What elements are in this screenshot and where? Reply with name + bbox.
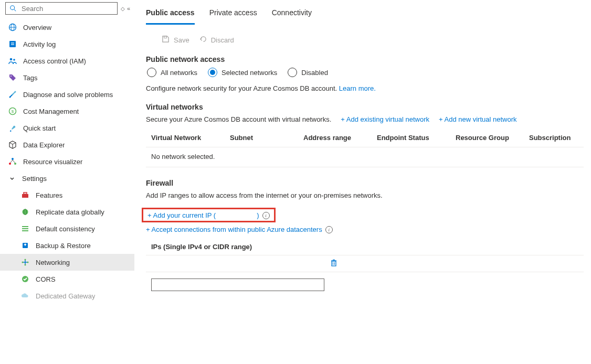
search-row: ◇ « [0, 2, 134, 19]
add-current-ip-highlight: + Add your current IP () i [142, 208, 276, 222]
sidebar-item-overview[interactable]: Overview [0, 19, 134, 36]
th-address-range: Address range [303, 134, 377, 142]
sidebar-item-features[interactable]: Features [0, 187, 134, 204]
public-network-desc: Configure network security for your Azur… [146, 84, 584, 92]
sidebar-item-cost[interactable]: $ Cost Management [0, 103, 134, 120]
cost-icon: $ [8, 107, 17, 115]
nav-list: Overview Activity log Access control (IA… [0, 19, 134, 304]
svg-point-11 [9, 97, 11, 98]
search-icon [9, 4, 17, 13]
bars-icon [21, 224, 29, 233]
toolbar: Save Discard [146, 35, 584, 45]
tab-public-access[interactable]: Public access [146, 4, 195, 25]
accept-azure-dc-link[interactable]: + Accept connections from within public … [146, 226, 322, 233]
sort-icon[interactable]: ◇ [121, 6, 124, 12]
save-button[interactable]: Save [162, 35, 189, 45]
tab-connectivity[interactable]: Connectivity [272, 4, 312, 25]
nav-label: CORS [36, 275, 56, 283]
search-box[interactable] [5, 2, 118, 15]
svg-point-31 [25, 264, 26, 266]
th-subscription: Subscription [529, 134, 584, 142]
people-icon [8, 57, 17, 65]
sidebar-item-tags[interactable]: Tags [0, 69, 134, 86]
sidebar-item-replicate[interactable]: Replicate data globally [0, 204, 134, 220]
radio-selected-networks[interactable]: Selected networks [208, 68, 277, 77]
wrench-icon [8, 90, 17, 99]
main-panel: Public access Private access Connectivit… [134, 0, 591, 364]
info-icon[interactable]: i [325, 226, 333, 233]
svg-point-17 [14, 163, 16, 165]
backup-icon [21, 241, 29, 250]
public-network-heading: Public network access [146, 55, 584, 63]
globe-icon [8, 23, 17, 31]
sidebar-item-iam[interactable]: Access control (IAM) [0, 52, 134, 69]
chevron-down-icon [8, 175, 16, 182]
firewall-heading: Firewall [146, 179, 584, 187]
sidebar-item-backup[interactable]: Backup & Restore [0, 237, 134, 254]
sidebar-item-diagnose[interactable]: Diagnose and solve problems [0, 86, 134, 103]
collapse-sidebar-icon[interactable]: « [127, 5, 130, 12]
svg-text:$: $ [12, 109, 14, 114]
nav-label: Networking [36, 259, 70, 266]
svg-rect-21 [24, 192, 27, 194]
ip-range-input[interactable] [151, 279, 324, 291]
radio-icon [208, 68, 217, 77]
delete-ip-icon[interactable] [330, 259, 338, 269]
svg-point-16 [9, 163, 11, 165]
sidebar-item-data-explorer[interactable]: Data Explorer [0, 136, 134, 153]
sidebar-item-quickstart[interactable]: Quick start [0, 120, 134, 136]
firewall-desc: Add IP ranges to allow access from the i… [146, 191, 584, 199]
info-icon[interactable]: i [262, 212, 270, 219]
th-subnet: Subnet [230, 134, 303, 142]
rocket-icon [8, 124, 17, 132]
radio-icon [147, 68, 156, 77]
svg-rect-20 [22, 194, 28, 198]
graph-icon [8, 157, 17, 166]
nav-label: Overview [23, 24, 51, 31]
cors-icon [21, 275, 29, 283]
globe-small-icon [21, 208, 29, 216]
sidebar-item-consistency[interactable]: Default consistency [0, 220, 134, 237]
svg-point-10 [10, 76, 12, 77]
learn-more-link[interactable]: Learn more. [339, 84, 376, 92]
tab-private-access[interactable]: Private access [209, 4, 257, 25]
sidebar-group-settings[interactable]: Settings [0, 170, 134, 187]
add-existing-vnet-link[interactable]: + Add existing virtual network [341, 115, 429, 123]
svg-point-0 [10, 6, 15, 10]
firewall-section: Firewall Add IP ranges to allow access f… [146, 179, 584, 291]
vnet-actions: Secure your Azure Cosmos DB account with… [146, 115, 584, 123]
sidebar-item-activity-log[interactable]: Activity log [0, 36, 134, 52]
discard-button[interactable]: Discard [199, 35, 234, 45]
cloud-icon [21, 292, 29, 300]
sidebar-item-cors[interactable]: CORS [0, 271, 134, 287]
th-resource-group: Resource Group [456, 134, 529, 142]
radio-all-networks[interactable]: All networks [147, 68, 197, 77]
svg-point-28 [22, 262, 24, 263]
nav-label: Activity log [23, 40, 56, 48]
nav-label: Access control (IAM) [23, 57, 86, 65]
vnet-table-head: Virtual Network Subnet Address range End… [146, 130, 584, 147]
ip-input-row [146, 272, 584, 291]
sidebar-item-networking[interactable]: Networking [0, 254, 134, 271]
add-current-ip-link[interactable]: + Add your current IP () [147, 211, 259, 219]
search-input[interactable] [20, 4, 114, 13]
add-new-vnet-link[interactable]: + Add new virtual network [439, 115, 517, 123]
vnet-empty-row: No network selected. [146, 147, 584, 167]
nav-label: Quick start [23, 124, 56, 132]
nav-label: Replicate data globally [36, 208, 104, 216]
sidebar-item-dedicated-gateway[interactable]: Dedicated Gateway [0, 287, 134, 304]
tabs: Public access Private access Connectivit… [146, 4, 584, 25]
ips-heading: IPs (Single IPv4 or CIDR range) [146, 233, 584, 255]
svg-point-8 [10, 58, 13, 61]
th-endpoint-status: Endpoint Status [377, 134, 456, 142]
vnet-heading: Virtual networks [146, 103, 584, 111]
radio-disabled[interactable]: Disabled [288, 68, 328, 77]
sidebar-item-resource-visualizer[interactable]: Resource visualizer [0, 153, 134, 170]
network-icon [21, 258, 29, 266]
log-icon [8, 40, 17, 48]
radio-label: Disabled [301, 69, 328, 77]
toolbox-icon [21, 191, 29, 199]
radio-icon [288, 68, 297, 77]
save-label: Save [174, 36, 189, 44]
tag-icon [8, 73, 17, 82]
